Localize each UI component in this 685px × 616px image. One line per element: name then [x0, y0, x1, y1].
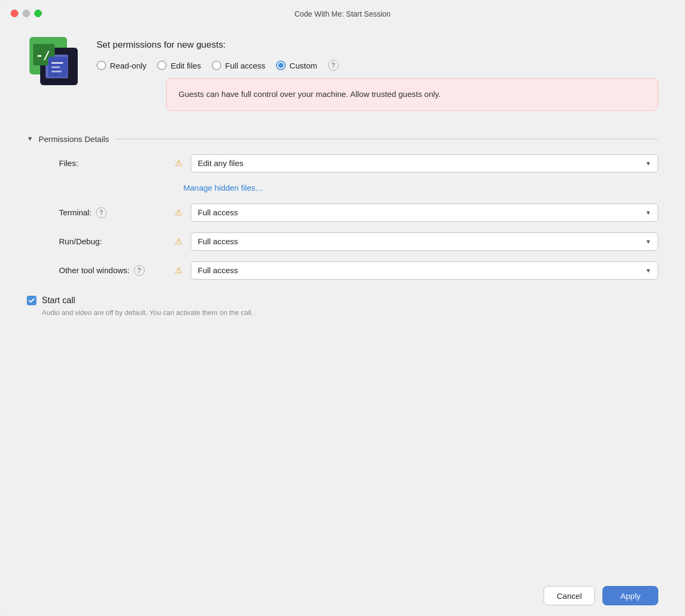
- radio-label-edit-files: Edit files: [170, 61, 201, 70]
- main-window: Code With Me: Start Session -/: [0, 0, 685, 616]
- app-icon: -/: [27, 34, 80, 88]
- maximize-button[interactable]: [34, 10, 42, 17]
- files-dropdown-value: Edit any files: [198, 159, 243, 168]
- start-call-label: Start call: [42, 296, 75, 305]
- terminal-help-icon[interactable]: ?: [96, 207, 107, 218]
- run-debug-label: Run/Debug:: [59, 237, 166, 246]
- apply-button[interactable]: Apply: [602, 586, 658, 605]
- radio-custom[interactable]: Custom: [276, 61, 317, 70]
- files-row: Files: ⚠ Edit any files ▼: [59, 154, 658, 172]
- svg-text:-/: -/: [36, 49, 50, 62]
- radio-label-read-only: Read-only: [110, 61, 146, 70]
- top-section: -/ Set permissions for new guests: Rea: [27, 34, 658, 111]
- radio-read-only[interactable]: Read-only: [96, 61, 146, 70]
- run-debug-dropdown[interactable]: Full access ▼: [191, 232, 658, 251]
- start-call-sublabel: Audio and video are off by default. You …: [42, 309, 658, 317]
- radio-group: Read-only Edit files Full access: [96, 60, 658, 71]
- svg-rect-6: [51, 62, 63, 64]
- section-divider: ▼ Permissions Details: [27, 134, 658, 144]
- permissions-section: Set permissions for new guests: Read-onl…: [96, 34, 658, 111]
- window-title: Code With Me: Start Session: [294, 10, 391, 18]
- run-debug-dropdown-value: Full access: [198, 237, 238, 246]
- warning-banner: Guests can have full control over your m…: [166, 78, 658, 111]
- traffic-lights: [11, 10, 42, 17]
- radio-circle-edit-files: [157, 61, 167, 70]
- terminal-dropdown-arrow: ▼: [645, 209, 651, 216]
- files-warning-icon: ⚠: [175, 158, 182, 168]
- other-tools-warning-icon: ⚠: [175, 265, 182, 275]
- radio-label-custom: Custom: [289, 61, 317, 70]
- divider-line: [115, 139, 658, 139]
- terminal-row: Terminal: ? ⚠ Full access ▼: [59, 204, 658, 222]
- radio-circle-custom: [276, 61, 286, 70]
- start-call-checkbox[interactable]: [27, 296, 36, 305]
- svg-rect-8: [51, 71, 62, 72]
- run-debug-warning-icon: ⚠: [175, 236, 182, 246]
- manage-hidden-row: Manage hidden files…: [59, 183, 658, 193]
- radio-circle-full-access: [212, 61, 221, 70]
- other-tools-dropdown-value: Full access: [198, 266, 238, 275]
- terminal-warning-icon: ⚠: [175, 207, 182, 217]
- start-call-section: Start call Audio and video are off by de…: [27, 296, 658, 317]
- svg-rect-7: [51, 66, 60, 68]
- manage-hidden-link[interactable]: Manage hidden files…: [183, 183, 263, 192]
- files-dropdown-arrow: ▼: [645, 160, 651, 167]
- terminal-label: Terminal: ?: [59, 207, 166, 218]
- terminal-dropdown-value: Full access: [198, 208, 238, 217]
- files-dropdown[interactable]: Edit any files ▼: [191, 154, 658, 172]
- radio-full-access[interactable]: Full access: [212, 61, 265, 70]
- close-button[interactable]: [11, 10, 18, 17]
- footer: Cancel Apply: [0, 575, 685, 616]
- permissions-label: Set permissions for new guests:: [96, 40, 658, 50]
- run-debug-row: Run/Debug: ⚠ Full access ▼: [59, 232, 658, 251]
- permissions-help-icon[interactable]: ?: [328, 60, 339, 71]
- other-tools-help-icon[interactable]: ?: [134, 265, 145, 276]
- terminal-dropdown[interactable]: Full access ▼: [191, 204, 658, 222]
- titlebar: Code With Me: Start Session: [0, 0, 685, 24]
- other-tools-dropdown[interactable]: Full access ▼: [191, 261, 658, 280]
- cancel-button[interactable]: Cancel: [543, 586, 595, 605]
- minimize-button[interactable]: [23, 10, 30, 17]
- run-debug-dropdown-arrow: ▼: [645, 238, 651, 245]
- permissions-details: Files: ⚠ Edit any files ▼ Manage hidden …: [27, 154, 658, 280]
- other-tools-dropdown-arrow: ▼: [645, 267, 651, 274]
- files-label: Files:: [59, 159, 166, 168]
- radio-circle-read-only: [96, 61, 106, 70]
- other-tools-label: Other tool windows: ?: [59, 265, 166, 276]
- radio-label-full-access: Full access: [225, 61, 265, 70]
- other-tools-row: Other tool windows: ? ⚠ Full access ▼: [59, 261, 658, 280]
- chevron-down-icon[interactable]: ▼: [27, 135, 33, 142]
- main-content: -/ Set permissions for new guests: Rea: [0, 24, 685, 575]
- section-title: Permissions Details: [39, 134, 109, 144]
- radio-edit-files[interactable]: Edit files: [157, 61, 201, 70]
- start-call-row: Start call: [27, 296, 658, 305]
- warning-text: Guests can have full control over your m…: [178, 89, 441, 99]
